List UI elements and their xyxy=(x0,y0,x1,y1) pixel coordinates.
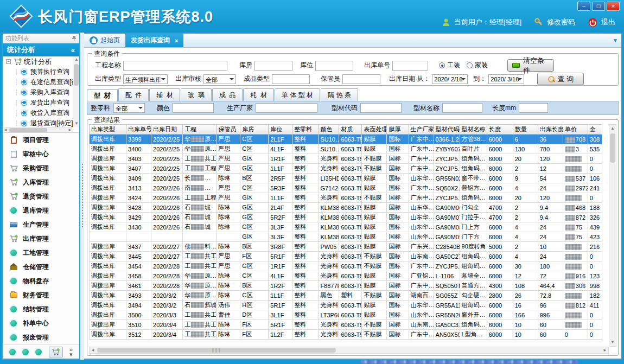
profile-code-input[interactable] xyxy=(360,103,402,113)
material-tab[interactable]: 辅 材 xyxy=(149,88,180,101)
cart-button[interactable] xyxy=(49,347,63,357)
scroll-right-arrow[interactable]: ► xyxy=(68,128,72,132)
sidebar-item[interactable]: 物料盘存 xyxy=(3,274,79,288)
table-row[interactable]: 调拨出库34942020/3/2石辉城汤伟H区5R1F整料光身料6063-T5贴… xyxy=(90,301,602,310)
column-header[interactable]: 单价 xyxy=(563,125,588,135)
tree-item-[interactable]: ┆在途信息查询[待 xyxy=(3,77,79,87)
table-row[interactable]: 调拨出库34092020/2/25长…陈琳B区2R5F整料LI35HD6063-… xyxy=(90,174,602,183)
grid-horizontal-scrollbar[interactable]: ◄ ║║║ ► xyxy=(89,347,609,354)
sidebar-splitter[interactable] xyxy=(80,33,84,360)
column-header[interactable]: 型材名称 xyxy=(460,125,487,135)
sidebar-item[interactable]: 财务管理 xyxy=(3,288,79,302)
column-header[interactable]: 出库单号 xyxy=(126,125,151,135)
whole-part-select[interactable]: 全部 xyxy=(113,103,145,113)
material-tab[interactable]: 成 品 xyxy=(212,88,243,101)
tree-expander-icon[interactable]: − xyxy=(6,59,11,64)
scroll-down-arrow[interactable]: ▼ xyxy=(74,122,79,126)
column-header[interactable]: 膜厚 xyxy=(387,125,409,135)
material-tab[interactable]: 型 材 xyxy=(87,89,118,101)
manufacturer-input[interactable] xyxy=(256,103,317,113)
collapse-icon[interactable]: « xyxy=(71,46,75,54)
table-row[interactable]: 调拨出库34032020/2/25工共工程严思G区1R1F整料光身料6063-T… xyxy=(90,154,602,164)
change-password-link[interactable]: 修改密码 xyxy=(547,17,575,27)
product-type-input[interactable] xyxy=(272,74,310,84)
scroll-left-arrow[interactable]: ◄ xyxy=(90,348,96,353)
project-name-input[interactable] xyxy=(123,61,227,71)
audit-select[interactable]: 全部 xyxy=(203,74,236,84)
location-input[interactable] xyxy=(315,61,353,71)
material-tab[interactable]: 耗 材 xyxy=(243,88,274,101)
sidebar-item[interactable]: 项目管理 xyxy=(3,133,79,147)
minimize-button[interactable]: − xyxy=(577,2,590,11)
column-header[interactable]: 出库类型 xyxy=(90,125,126,135)
tree-horizontal-scrollbar[interactable]: ◄ ► xyxy=(3,127,73,132)
grid-vertical-scrollbar[interactable]: ▲ ▼ xyxy=(609,124,616,347)
table-row[interactable]: 调拨出库34372020/2/27佛料…陈琳B区3R8F整料PW056063-T… xyxy=(90,242,602,252)
column-header[interactable]: 出库日期 xyxy=(151,125,183,135)
overflow-chevron[interactable]: »▾ xyxy=(69,347,73,357)
column-header[interactable]: 库房 xyxy=(240,125,269,135)
tree-root-statistics[interactable]: −统计分析 xyxy=(3,56,79,67)
column-header[interactable]: 保管员 xyxy=(217,125,240,135)
sidebar-item[interactable]: 退货管理 xyxy=(3,189,79,203)
sidebar-item[interactable]: 补单中心 xyxy=(3,316,79,330)
column-header[interactable]: 金 xyxy=(588,125,602,135)
sidebar-item[interactable]: 出库管理 xyxy=(3,232,79,246)
sidebar-group-header[interactable]: 统计分析 « xyxy=(3,43,79,56)
tab-home[interactable]: 起始页 xyxy=(84,34,125,47)
column-header[interactable]: 出库长度 xyxy=(538,125,563,135)
length-input[interactable] xyxy=(519,103,548,113)
table-row[interactable]: G区3L3F整料KLM38176063-T5贴膜国标山东华…GA90M09…门下… xyxy=(90,232,602,242)
sidebar-item[interactable]: 报废管理 xyxy=(3,330,79,344)
table-row[interactable]: 调拨出库34282020/2/26石城陈琳G区2L4F整料KLM38176063… xyxy=(90,203,602,213)
material-tab[interactable]: 玻 璃 xyxy=(181,88,212,101)
radio-home[interactable]: 家装 xyxy=(467,61,488,70)
column-header[interactable]: 生产厂家 xyxy=(409,125,434,135)
sidebar-item[interactable]: 结转管理 xyxy=(3,302,79,316)
column-header[interactable]: 库位 xyxy=(269,125,292,135)
scroll-up-arrow[interactable]: ▲ xyxy=(609,126,616,131)
table-row[interactable]: 调拨出库34452020/2/27工共工程严思F区5R1F整料光身料6063-T… xyxy=(90,252,602,261)
sidebar-item[interactable]: 采购管理 xyxy=(3,161,79,175)
sidebar-item[interactable]: 仓储管理 xyxy=(3,260,79,274)
column-header[interactable]: 表面处理 xyxy=(362,125,387,135)
tab-close-icon[interactable]: × xyxy=(175,37,178,44)
material-tab[interactable]: 单 体 型 材 xyxy=(275,88,320,101)
column-header[interactable]: 长度 xyxy=(487,125,513,135)
material-tab[interactable]: 配 件 xyxy=(118,88,149,101)
tree-item-[interactable]: ┆收货入库查询 xyxy=(3,108,79,118)
sidebar-item[interactable]: 工地管理 xyxy=(3,246,79,260)
column-header[interactable]: 整零料 xyxy=(292,125,319,135)
sidebar-item[interactable]: 生产管理 xyxy=(3,218,79,232)
clear-conditions-button[interactable]: 清空条件 xyxy=(507,59,554,72)
tab-shipping-outbound-query[interactable]: 发货出库查询 × xyxy=(125,34,183,47)
search-button[interactable]: 查 询 xyxy=(537,73,584,85)
date-to-picker[interactable]: 2020/ 3/16 xyxy=(488,74,524,84)
table-row[interactable]: 调拨出库34072020/2/25工工程严思G区1L1F整料光身料6063-T5… xyxy=(90,164,602,174)
circle-icon[interactable] xyxy=(35,349,42,355)
out-type-select[interactable]: 生产领料出库 xyxy=(123,74,168,84)
table-row[interactable]: 调拨出库35102020/3/4工共工程陈琳F区5R1F整料光身料6063-T5… xyxy=(90,320,602,330)
scroll-thumb[interactable]: ║║║ xyxy=(97,348,336,353)
table-row[interactable]: 调拨出库35002020/3/3工共工程曹佳D区3L1F整料LT3P606063… xyxy=(90,310,602,320)
table-row[interactable]: 调拨出库35122020/3/4工共工程陈琳F区1L2F整料光身料6063-T5… xyxy=(90,330,602,340)
warehouse-input[interactable] xyxy=(254,61,292,71)
profile-name-input[interactable] xyxy=(442,103,482,113)
column-header[interactable]: 材质 xyxy=(339,125,362,135)
color-input[interactable] xyxy=(173,103,214,113)
scroll-down-arrow[interactable]: ▼ xyxy=(609,340,616,345)
radio-industrial[interactable]: 工装 xyxy=(439,61,460,70)
tree-item-[interactable]: ┆预算执行查询 xyxy=(3,67,79,77)
tree-item-[interactable]: ┆采购入库查询 xyxy=(3,87,79,98)
scroll-up-arrow[interactable]: ▲ xyxy=(74,58,79,62)
tree-vertical-scrollbar[interactable]: ▲ ▼ xyxy=(73,56,79,127)
table-row[interactable]: 调拨出库34542020/2/28工共工程严思G区1R1F整料光身料6063-T… xyxy=(90,261,602,271)
maximize-button[interactable]: □ xyxy=(592,2,605,11)
column-header[interactable]: 数量 xyxy=(513,125,538,135)
tree-item-[interactable]: ┆发货出库查询 xyxy=(3,98,79,108)
scroll-thumb[interactable] xyxy=(74,64,79,86)
circle-icon[interactable] xyxy=(22,349,29,355)
table-row[interactable]: 调拨出库34302020/2/26石城陈琳G区3L3F整料KLM38176063… xyxy=(90,222,602,232)
table-row[interactable]: 调拨出库34932020/3/2华原…陈琳C区1L1F整料黑色塑料不贴膜国标湖南… xyxy=(90,291,602,301)
table-row[interactable]: 调拨出库34242020/2/26工工程严思G区1L1F整料光身料6063-T5… xyxy=(90,193,602,203)
